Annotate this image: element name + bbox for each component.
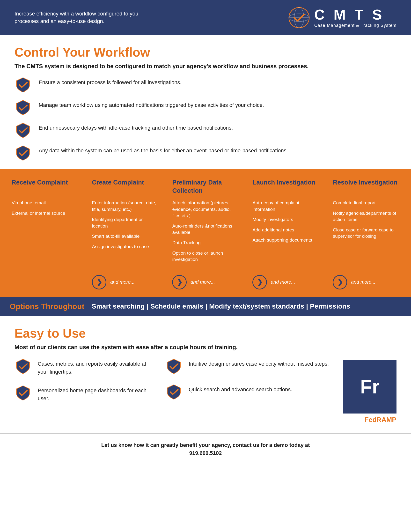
easy-text-1: Cases, metrics, and reports easily avail… bbox=[38, 358, 151, 376]
chevron-right-icon: ❯ bbox=[177, 278, 182, 286]
and-more-5: and more... bbox=[351, 279, 375, 285]
easy-item-4: Quick search and advanced search options… bbox=[165, 383, 329, 400]
feature-item-4: Any data within the system can be used a… bbox=[15, 145, 396, 162]
header: Increase efficiency with a workflow conf… bbox=[0, 0, 411, 35]
logo-area: C M T S Case Management & Tracking Syste… bbox=[288, 7, 396, 28]
fedramp-wrapper: Fr FedRAMP bbox=[343, 358, 396, 424]
shield-check-icon-3 bbox=[15, 122, 31, 139]
shield-check-icon-1 bbox=[15, 76, 31, 93]
easy-right-col: Intuitive design ensures case velocity w… bbox=[165, 358, 329, 400]
list-item: Via phone, email bbox=[12, 200, 78, 206]
list-item: Smart auto-fill available bbox=[92, 233, 158, 240]
arrow-col-4: ❯ and more... bbox=[246, 272, 326, 297]
and-more-3: and more... bbox=[190, 279, 215, 285]
col-receive-complaint: Receive Complaint Via phone, email Exter… bbox=[5, 179, 85, 272]
arrow-button-2[interactable]: ❯ bbox=[92, 275, 106, 289]
list-item: Add additional notes bbox=[253, 227, 319, 233]
easy-right-wrapper: Intuitive design ensures case velocity w… bbox=[165, 358, 396, 424]
and-more-4: and more... bbox=[271, 279, 295, 285]
easy-item-2: Personalized home page dashboards for ea… bbox=[15, 384, 151, 402]
easy-text-2: Personalized home page dashboards for ea… bbox=[38, 384, 151, 402]
feature-item-1: Ensure a consistent process is followed … bbox=[15, 76, 396, 93]
chevron-right-icon: ❯ bbox=[96, 278, 102, 286]
arrow-button-5[interactable]: ❯ bbox=[333, 275, 347, 289]
footer: Let us know how it can greatly benefit y… bbox=[0, 433, 411, 464]
list-item: Option to close or launch investigation bbox=[172, 250, 239, 263]
easy-item-3: Intuitive design ensures case velocity w… bbox=[165, 358, 329, 375]
easy-subtitle: Most of our clients can use the system w… bbox=[15, 344, 396, 351]
feature-list: Ensure a consistent process is followed … bbox=[15, 76, 396, 162]
col-title-receive: Receive Complaint bbox=[12, 179, 78, 195]
workflow-subtitle: The CMTS system is designed to be config… bbox=[15, 63, 396, 70]
feature-text-1: Ensure a consistent process is followed … bbox=[39, 76, 182, 86]
header-tagline: Increase efficiency with a workflow conf… bbox=[15, 10, 159, 25]
options-bar: Options Throughout Smart searching | Sch… bbox=[0, 297, 411, 316]
col-items-resolve: Complete final report Notify agencies/de… bbox=[333, 200, 399, 240]
columns-grid: Receive Complaint Via phone, email Exter… bbox=[0, 179, 411, 272]
col-items-launch: Auto-copy of complaint information Modif… bbox=[253, 200, 319, 244]
arrow-col-3: ❯ and more... bbox=[165, 272, 246, 297]
shield-check-icon-4 bbox=[15, 145, 31, 162]
logo-text: C M T S Case Management & Tracking Syste… bbox=[314, 8, 396, 28]
col-title-resolve: Resolve Investigation bbox=[333, 179, 399, 195]
easy-item-1: Cases, metrics, and reports easily avail… bbox=[15, 358, 151, 376]
col-title-create: Create Complaint bbox=[92, 179, 158, 195]
col-create-complaint: Create Complaint Enter information (sour… bbox=[85, 179, 165, 272]
logo-globe-icon bbox=[288, 7, 310, 28]
list-item: External or internal source bbox=[12, 210, 78, 217]
col-items-receive: Via phone, email External or internal so… bbox=[12, 200, 78, 216]
list-item: Modify investigators bbox=[253, 216, 319, 223]
easy-left-col: Cases, metrics, and reports easily avail… bbox=[15, 358, 151, 424]
arrow-col-1 bbox=[5, 272, 85, 297]
arrow-button-4[interactable]: ❯ bbox=[252, 275, 267, 289]
logo-subtitle: Case Management & Tracking System bbox=[314, 23, 396, 28]
list-item: Enter information (source, date, title, … bbox=[92, 200, 158, 213]
arrow-button-3[interactable]: ❯ bbox=[172, 275, 187, 289]
options-items: Smart searching | Schedule emails | Modi… bbox=[92, 303, 350, 310]
fedramp-box: Fr bbox=[343, 360, 396, 414]
arrow-row: ❯ and more... ❯ and more... ❯ and more..… bbox=[0, 272, 411, 297]
easy-title: Easy to Use bbox=[15, 326, 396, 341]
easy-text-3: Intuitive design ensures case velocity w… bbox=[188, 358, 329, 368]
col-resolve: Resolve Investigation Complete final rep… bbox=[326, 179, 406, 272]
shield-check-icon-easy-4 bbox=[165, 383, 182, 400]
fedramp-letters: Fr bbox=[360, 377, 380, 397]
shield-check-icon-easy-1 bbox=[15, 358, 31, 375]
feature-item-2: Manage team workflow using automated not… bbox=[15, 99, 396, 116]
shield-check-icon-easy-2 bbox=[15, 384, 31, 401]
logo-letters: C M T S bbox=[314, 8, 396, 22]
list-item: Attach information (pictures, evidence, … bbox=[172, 200, 239, 219]
easy-grid: Cases, metrics, and reports easily avail… bbox=[15, 358, 396, 424]
feature-text-2: Manage team workflow using automated not… bbox=[39, 99, 264, 109]
feature-item-3: End unnessecary delays with idle-case tr… bbox=[15, 122, 396, 139]
arrow-col-2: ❯ and more... bbox=[85, 272, 165, 297]
list-item: Data Tracking bbox=[172, 240, 239, 246]
chevron-right-icon: ❯ bbox=[337, 278, 343, 286]
arrow-col-5: ❯ and more... bbox=[326, 272, 406, 297]
shield-check-icon-easy-3 bbox=[165, 358, 182, 375]
list-item: Attach supporting documents bbox=[253, 237, 319, 244]
col-title-launch: Launch Investigation bbox=[253, 179, 319, 195]
list-item: Close case or forward case to supervisor… bbox=[333, 227, 399, 240]
options-label: Options Throughout bbox=[10, 302, 84, 311]
list-item: Notify agencies/departments of action it… bbox=[333, 210, 399, 223]
fedramp-label: FedRAMP bbox=[364, 416, 396, 424]
list-item: Assign investigators to case bbox=[92, 244, 158, 250]
list-item: Auto-copy of complaint information bbox=[253, 200, 319, 213]
col-items-create: Enter information (source, date, title, … bbox=[92, 200, 158, 250]
workflow-title: Control Your Workflow bbox=[15, 45, 396, 59]
col-preliminary: Preliminary Data Collection Attach infor… bbox=[165, 179, 246, 272]
chevron-right-icon: ❯ bbox=[257, 278, 262, 286]
workflow-columns: Receive Complaint Via phone, email Exter… bbox=[0, 169, 411, 297]
col-launch: Launch Investigation Auto-copy of compla… bbox=[246, 179, 326, 272]
list-item: Auto-reminders &notifications available bbox=[172, 223, 239, 236]
col-items-preliminary: Attach information (pictures, evidence, … bbox=[172, 200, 239, 263]
feature-text-4: Any data within the system can be used a… bbox=[39, 145, 288, 154]
list-item: Identifying department or location bbox=[92, 216, 158, 229]
list-item: Complete final report bbox=[333, 200, 399, 206]
footer-text: Let us know how it can greatly benefit y… bbox=[15, 441, 396, 457]
workflow-section: Control Your Workflow The CMTS system is… bbox=[0, 35, 411, 169]
col-title-preliminary: Preliminary Data Collection bbox=[172, 179, 239, 195]
easy-text-4: Quick search and advanced search options… bbox=[188, 383, 292, 393]
feature-text-3: End unnessecary delays with idle-case tr… bbox=[39, 122, 233, 132]
